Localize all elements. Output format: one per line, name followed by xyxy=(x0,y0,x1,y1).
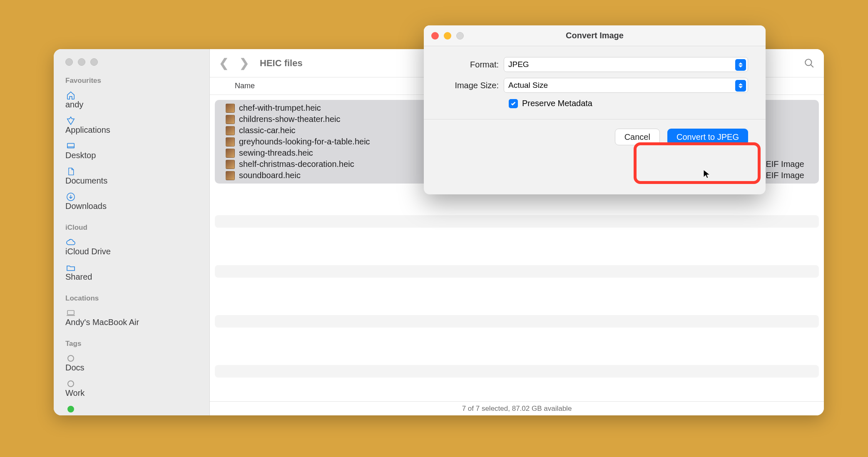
status-bar: 7 of 7 selected, 87.02 GB available xyxy=(210,401,824,415)
search-icon[interactable] xyxy=(804,58,815,69)
size-select[interactable]: Actual Size xyxy=(504,78,748,93)
preserve-metadata-row: Preserve Metadata xyxy=(509,99,748,108)
dialog-titlebar: Convert Image xyxy=(424,25,766,46)
convert-image-dialog: Convert Image Format: JPEG Image Size: A… xyxy=(424,25,766,194)
home-icon xyxy=(65,91,76,100)
sidebar-item-desktop[interactable]: Desktop xyxy=(54,138,209,164)
sidebar-tag-work[interactable]: Work xyxy=(54,376,209,401)
svg-rect-2 xyxy=(67,310,74,315)
preserve-metadata-checkbox[interactable] xyxy=(509,99,518,108)
preserve-metadata-label: Preserve Metadata xyxy=(522,99,592,108)
file-thumb-icon xyxy=(226,115,235,124)
sidebar-item-label: Shared xyxy=(65,272,92,281)
tags-label: Tags xyxy=(54,337,209,350)
file-thumb-icon xyxy=(226,137,235,147)
download-icon xyxy=(65,192,76,201)
dialog-window-controls xyxy=(431,32,464,40)
sidebar: Favourites andy Applications Desktop Doc… xyxy=(54,49,210,415)
size-value: Actual Size xyxy=(508,81,548,90)
size-label: Image Size: xyxy=(441,81,504,90)
file-thumb-icon xyxy=(226,149,235,158)
file-thumb-icon xyxy=(226,126,235,135)
tag-dot-icon xyxy=(65,405,76,414)
desktop-icon xyxy=(65,142,76,151)
sidebar-item-label: Docs xyxy=(65,363,85,372)
sidebar-item-label: Andy's MacBook Air xyxy=(65,318,139,327)
dialog-body: Format: JPEG Image Size: Actual Size Pre… xyxy=(424,46,766,108)
sidebar-tag-docs[interactable]: Docs xyxy=(54,350,209,376)
sidebar-item-label: Work xyxy=(65,388,85,397)
sidebar-item-applications[interactable]: Applications xyxy=(54,113,209,138)
format-select[interactable]: JPEG xyxy=(504,57,748,72)
file-thumb-icon xyxy=(226,171,235,180)
svg-point-3 xyxy=(805,59,811,65)
minimize-button[interactable] xyxy=(444,32,451,40)
back-button[interactable]: ❮ xyxy=(219,56,229,70)
close-button[interactable] xyxy=(431,32,439,40)
cloud-icon xyxy=(65,238,76,247)
svg-rect-0 xyxy=(67,144,75,148)
sidebar-item-label: Documents xyxy=(65,176,107,185)
zoom-button xyxy=(456,32,464,40)
sidebar-item-home[interactable]: andy xyxy=(54,87,209,113)
chevron-updown-icon xyxy=(735,59,746,71)
sidebar-item-macbook[interactable]: Andy's MacBook Air xyxy=(54,305,209,330)
tag-dot-icon xyxy=(65,379,76,388)
close-dot[interactable] xyxy=(65,58,73,66)
sidebar-item-shared[interactable]: Shared xyxy=(54,260,209,285)
forward-button[interactable]: ❯ xyxy=(239,56,249,70)
format-label: Format: xyxy=(441,60,504,70)
dialog-title: Convert Image xyxy=(424,31,766,40)
favourites-label: Favourites xyxy=(54,74,209,87)
file-thumb-icon xyxy=(226,104,235,113)
zoom-dot[interactable] xyxy=(90,58,98,66)
minimize-dot[interactable] xyxy=(78,58,85,66)
sidebar-item-label: Green xyxy=(65,414,89,415)
format-row: Format: JPEG xyxy=(441,57,748,72)
size-row: Image Size: Actual Size xyxy=(441,78,748,93)
tag-dot-icon xyxy=(65,354,76,363)
shared-folder-icon xyxy=(65,263,76,272)
doc-icon xyxy=(65,167,76,176)
laptop-icon xyxy=(65,308,76,318)
cursor-icon xyxy=(703,169,711,180)
window-controls xyxy=(54,58,209,74)
dialog-buttons: Cancel Convert to JPEG xyxy=(424,119,766,145)
cancel-button[interactable]: Cancel xyxy=(615,129,660,145)
status-text: 7 of 7 selected, 87.02 GB available xyxy=(462,405,572,413)
sidebar-item-label: Applications xyxy=(65,125,110,134)
sidebar-item-icloud-drive[interactable]: iCloud Drive xyxy=(54,234,209,260)
sidebar-item-label: andy xyxy=(65,100,83,109)
empty-rows xyxy=(215,190,819,401)
sidebar-tag-green[interactable]: Green xyxy=(54,401,209,415)
folder-title: HEIC files xyxy=(260,58,303,69)
sidebar-item-downloads[interactable]: Downloads xyxy=(54,189,209,214)
sidebar-item-label: Downloads xyxy=(65,201,107,211)
format-value: JPEG xyxy=(508,60,529,69)
chevron-updown-icon xyxy=(735,80,746,92)
sidebar-item-documents[interactable]: Documents xyxy=(54,164,209,189)
icloud-label: iCloud xyxy=(54,221,209,234)
sidebar-item-label: iCloud Drive xyxy=(65,247,111,256)
locations-label: Locations xyxy=(54,292,209,305)
convert-button[interactable]: Convert to JPEG xyxy=(667,129,748,145)
sidebar-item-label: Desktop xyxy=(65,151,96,160)
file-thumb-icon xyxy=(226,160,235,169)
apps-icon xyxy=(65,116,76,125)
